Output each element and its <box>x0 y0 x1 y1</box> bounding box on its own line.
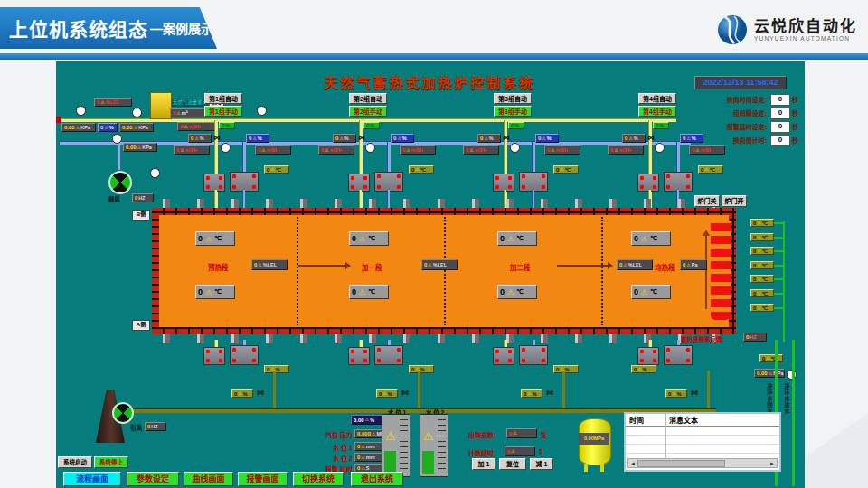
count-add-button[interactable]: 加 1 <box>472 458 495 470</box>
valve-box <box>374 345 403 365</box>
group-manual-button[interactable]: 第4组手动 <box>638 106 676 117</box>
gas-pct-display: 0⚠% <box>622 134 646 143</box>
exhaust-drop-pipe <box>418 371 420 410</box>
nav-switch-system[interactable]: 切换系统 <box>293 472 344 486</box>
furnace-temp-display: 0⚠℃ <box>497 285 537 299</box>
nav-process-screen[interactable]: 流程画面 <box>63 472 121 486</box>
table-scrollbar[interactable]: ◄ ► <box>627 458 778 468</box>
regen-stub <box>774 307 783 309</box>
zone-bottom-display: 0⚠% <box>264 365 289 373</box>
group-auto-button[interactable]: 第2组自动 <box>349 93 387 104</box>
air-pct-display: 0⚠% <box>391 134 414 143</box>
table-row[interactable] <box>626 427 779 436</box>
tank-pressure-display: 0.00MPa <box>579 433 609 445</box>
group-manual-button[interactable]: 第3组手动 <box>494 106 532 117</box>
nav-exit-system[interactable]: 退出系统 <box>351 472 403 486</box>
water-supply-label: 净环水进水 <box>783 383 791 434</box>
gas-pct-display: 0⚠% <box>188 134 212 143</box>
regen-pipe <box>783 221 785 342</box>
main-pct-display: 0% <box>363 122 380 129</box>
warning-icon: ⚠ <box>428 263 431 267</box>
main-pct-display: 0% <box>219 122 235 129</box>
door-open-button[interactable]: 炉门开 <box>722 195 747 207</box>
warning-icon: ⚠ <box>672 391 675 396</box>
gas-flow-display: 0⚠m3/h <box>608 145 644 155</box>
level2-label: 水 位 2 <box>309 454 353 463</box>
exhaust-group-3: 0⚠% 0⚠% ⋈ <box>463 340 590 412</box>
scroll-left-icon[interactable]: ◄ <box>628 461 636 466</box>
company-logo: 云悦欣自动化 YUNYUEXIN AUTOMATION <box>716 11 857 49</box>
nav-alarm-screen[interactable]: 报警画面 <box>238 472 288 486</box>
warning-icon: ⚠ <box>339 136 343 141</box>
scroll-right-icon[interactable]: ► <box>769 461 777 466</box>
warning-icon: ⚠ <box>205 237 212 241</box>
water-temp-display: 0⚠℃ <box>760 354 783 362</box>
message-table: 时间消息文本 ◄ ► <box>624 412 781 472</box>
group-auto-button[interactable]: 第1组自动 <box>204 93 242 104</box>
warning-icon: ⚠ <box>757 235 760 239</box>
furnace-temp-display: 0⚠℃ <box>497 231 537 246</box>
valve-box <box>519 172 548 192</box>
air-zone-pipe <box>387 142 391 174</box>
group-auto-button[interactable]: 第3组自动 <box>494 93 532 104</box>
count-reset-button[interactable]: 复位 <box>499 458 526 470</box>
exhaust-pct-display: 0⚠% <box>521 389 542 398</box>
slide-banner: 上位机系统组态 —案例展示 <box>0 7 217 49</box>
nav-parameter-setting[interactable]: 参数设定 <box>127 472 179 486</box>
valve-box <box>230 345 259 365</box>
material-flow-arrow <box>557 265 611 267</box>
nav-curve-screen[interactable]: 曲线画面 <box>184 472 233 486</box>
warning-icon: ⚠ <box>628 136 632 141</box>
air-flow-display: 0⚠m3/h <box>689 145 725 155</box>
regen-stub <box>774 237 783 239</box>
pressure-display: 0.00⚠KPa <box>61 123 96 132</box>
exhaust-group-2: 0⚠% 0⚠% ⋈ <box>318 340 445 412</box>
setting-input[interactable]: 0 <box>770 121 790 133</box>
butterfly-valve-icon: ⋈ <box>503 135 510 142</box>
air-zone-pipe <box>242 142 246 174</box>
group-auto-button[interactable]: 第4组自动 <box>638 93 676 104</box>
exhaust-group-1: 0⚠% 0⚠% ⋈ <box>174 340 300 412</box>
setting-input[interactable]: 0 <box>770 135 790 146</box>
lel-display: 0⚠%LEL <box>617 259 653 270</box>
warning-icon: ⚠ <box>527 391 531 396</box>
gauge-valve-icon <box>150 168 160 178</box>
exhaust-drop-pipe <box>562 371 565 410</box>
group-manual-button[interactable]: 第2组手动 <box>349 106 387 117</box>
tank-leg <box>600 464 604 472</box>
gauge-valve-icon <box>76 106 86 116</box>
system-start-button[interactable]: 系统启动 <box>58 456 92 468</box>
section-name: 加二段 <box>510 262 531 272</box>
setting-unit: 秒 <box>792 136 798 145</box>
count-sub-button[interactable]: 减 1 <box>530 458 553 470</box>
warning-icon: ⚠ <box>382 391 386 396</box>
butterfly-valve-icon: ⋈ <box>257 389 264 397</box>
scrollbar-thumb[interactable] <box>637 460 725 467</box>
air-branch-pipe <box>118 144 120 170</box>
gauge-valve-icon <box>112 134 122 144</box>
zone-temp-display: 0⚠℃ <box>553 165 579 174</box>
warning-icon: ⚠ <box>361 445 364 449</box>
regen-stub <box>774 265 783 267</box>
warning-icon: ⚠ <box>365 418 369 422</box>
warning-icon: ⚠ <box>507 237 514 241</box>
exhaust-drop-pipe <box>273 371 276 410</box>
valve-pct-display: 0⚠% <box>98 123 118 132</box>
setting-input[interactable]: 0 <box>770 108 790 119</box>
warning-icon: ⚠ <box>641 237 647 241</box>
valve-box <box>637 347 659 365</box>
butterfly-valve-icon: ⋈ <box>358 135 365 142</box>
steel-count-display: 0⚠ <box>506 428 537 438</box>
setting-input[interactable]: 0 <box>770 94 790 106</box>
table-row[interactable] <box>626 445 779 454</box>
zone-divider <box>444 217 446 325</box>
valve-box <box>664 345 693 365</box>
system-stop-button[interactable]: 系统停止 <box>94 456 128 468</box>
door-close-button[interactable]: 炉门关 <box>694 195 720 207</box>
table-row[interactable] <box>626 436 779 445</box>
blower-fan-icon <box>108 171 132 194</box>
group-manual-button[interactable]: 第1组手动 <box>204 106 242 117</box>
warning-icon: ⚠ <box>560 167 563 172</box>
burner-group-3: 第3组自动 第3组手动 0% 0⚠% ⋈ 0⚠% 0⚠m3/h 0⚠m3/h 0… <box>463 90 590 210</box>
valve-box <box>203 347 225 365</box>
